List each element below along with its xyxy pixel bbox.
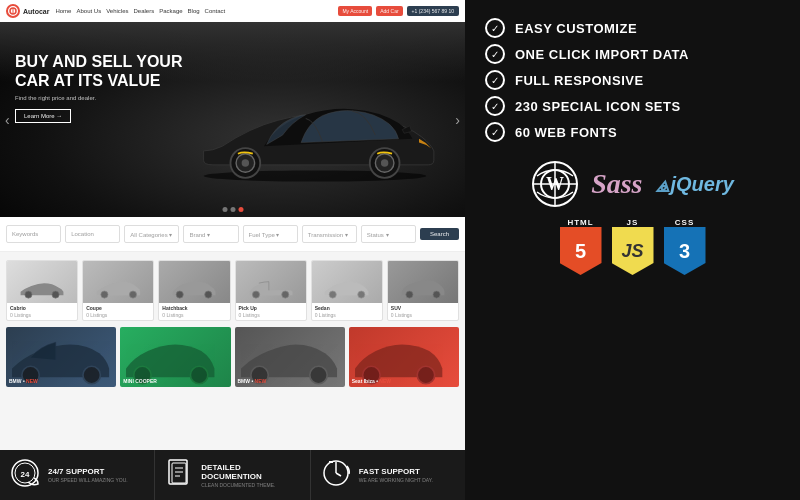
check-icon-4: ✓ <box>485 122 505 142</box>
hero-text: Buy And Sell Your Car At Its Value Find … <box>15 52 182 123</box>
photo-label: Seat Ibiza • NEW <box>352 378 391 384</box>
car-name: Pick Up <box>236 303 306 312</box>
feature-item-2: ✓ FULL RESPONSIVE <box>485 70 780 90</box>
add-car-btn[interactable]: Add Car <box>376 6 402 16</box>
footer-subtitle: OUR SPEED WILL AMAZING YOU. <box>48 477 128 483</box>
hero-dot[interactable] <box>222 207 227 212</box>
search-bar: Keywords Location All Categories ▾ Brand… <box>0 217 465 252</box>
svg-point-16 <box>281 291 288 298</box>
hero-dots <box>222 207 243 212</box>
feature-label-0: EASY CUSTOMIZE <box>515 21 637 36</box>
svg-point-24 <box>191 366 208 383</box>
car-count: 0 Listings <box>388 312 458 320</box>
car-count: 0 Listings <box>312 312 382 320</box>
hero-subtitle: Find the right price and dealer. <box>15 95 182 101</box>
photo-seat[interactable]: Seat Ibiza • NEW <box>349 327 459 387</box>
svg-point-28 <box>417 366 434 383</box>
car-card-pickup[interactable]: Pick Up 0 Listings <box>235 260 307 321</box>
status-field[interactable]: Status ▾ <box>361 225 416 243</box>
svg-point-5 <box>242 159 249 166</box>
svg-point-15 <box>252 291 259 298</box>
preview-footer: 24 24/7 SUPPORT OUR SPEED WILL AMAZING Y… <box>0 450 465 500</box>
nav-right: My Account Add Car +1 (234) 567 89 10 <box>338 6 459 16</box>
my-account-btn[interactable]: My Account <box>338 6 372 16</box>
car-card-coupe[interactable]: Coupe 0 Listings <box>82 260 154 321</box>
preview-hero: Buy And Sell Your Car At Its Value Find … <box>0 22 465 217</box>
hero-cta[interactable]: Learn More → <box>15 109 71 123</box>
car-card-image <box>7 261 77 303</box>
hero-dot-active[interactable] <box>238 207 243 212</box>
hero-prev-arrow[interactable]: ‹ <box>5 112 10 128</box>
car-count: 0 Listings <box>236 312 306 320</box>
footer-support: 24 24/7 SUPPORT OUR SPEED WILL AMAZING Y… <box>0 450 155 500</box>
feature-list: ✓ EASY CUSTOMIZE ✓ ONE CLICK IMPORT DATA… <box>485 18 780 142</box>
hero-next-arrow[interactable]: › <box>455 112 460 128</box>
js-label: JS <box>627 218 639 227</box>
car-card-sedan[interactable]: Sedan 0 Listings <box>311 260 383 321</box>
feature-label-3: 230 SPECIAL ICON SETS <box>515 99 681 114</box>
car-name: Hatchback <box>159 303 229 312</box>
fast-support-icon <box>321 458 351 492</box>
photo-label: BMW • NEW <box>9 378 38 384</box>
svg-point-12 <box>130 291 137 298</box>
footer-docs-text: DETAILED DOCUMENTION CLEAN DOCUMENTED TH… <box>201 463 299 488</box>
js-symbol: JS <box>621 241 643 262</box>
car-card-image <box>312 261 382 303</box>
svg-point-19 <box>406 291 413 298</box>
css3-number: 3 <box>679 240 690 263</box>
feature-label-1: ONE CLICK IMPORT DATA <box>515 47 689 62</box>
transmission-field[interactable]: Transmission ▾ <box>302 225 357 243</box>
support-24-icon: 24 <box>10 458 40 492</box>
css3-shield: 3 <box>664 227 706 275</box>
features-panel: ✓ EASY CUSTOMIZE ✓ ONE CLICK IMPORT DATA… <box>465 0 800 500</box>
car-card-suv[interactable]: SUV 0 Listings <box>387 260 459 321</box>
phone-number: +1 (234) 567 89 10 <box>407 6 459 16</box>
feature-item-1: ✓ ONE CLICK IMPORT DATA <box>485 44 780 64</box>
fuel-field[interactable]: Fuel Type ▾ <box>243 225 298 243</box>
html5-shield: 5 <box>560 227 602 275</box>
check-icon-0: ✓ <box>485 18 505 38</box>
html5-badge: HTML 5 <box>560 218 602 275</box>
car-count: 0 Listings <box>83 312 153 320</box>
js-badge: JS JS <box>612 218 654 275</box>
website-preview: Autocar Home About Us Vehicles Dealers P… <box>0 0 465 500</box>
check-icon-3: ✓ <box>485 96 505 116</box>
photo-bmw-1[interactable]: BMW • NEW <box>6 327 116 387</box>
feature-item-3: ✓ 230 SPECIAL ICON SETS <box>485 96 780 116</box>
car-name: SUV <box>388 303 458 312</box>
svg-point-22 <box>83 366 100 383</box>
location-field[interactable]: Location <box>65 225 120 243</box>
tech-badges: HTML 5 JS JS CSS 3 <box>560 218 706 275</box>
car-card-image <box>83 261 153 303</box>
svg-point-10 <box>52 291 59 298</box>
photo-bmw-2[interactable]: BMW • NEW <box>235 327 345 387</box>
footer-fast: FAST SUPPORT WE ARE WORKING NIGHT DAY. <box>311 450 465 500</box>
feature-label-4: 60 WEB FONTS <box>515 125 617 140</box>
photo-mini[interactable]: MINI COOPER <box>120 327 230 387</box>
check-icon-2: ✓ <box>485 70 505 90</box>
hero-dot[interactable] <box>230 207 235 212</box>
footer-fast-text: FAST SUPPORT WE ARE WORKING NIGHT DAY. <box>359 467 433 483</box>
car-card-hatchback[interactable]: Hatchback 0 Listings <box>158 260 230 321</box>
car-card-image <box>388 261 458 303</box>
car-card-cabrio[interactable]: Cabrio 0 Listings <box>6 260 78 321</box>
search-button[interactable]: Search <box>420 228 459 240</box>
svg-point-13 <box>177 291 184 298</box>
car-name: Cabrio <box>7 303 77 312</box>
photo-label: MINI COOPER <box>123 378 157 384</box>
jquery-logo: ⟁ jQuery <box>655 170 734 198</box>
svg-point-9 <box>25 291 32 298</box>
category-field[interactable]: All Categories ▾ <box>124 225 179 243</box>
css-label: CSS <box>675 218 694 227</box>
keywords-field[interactable]: Keywords <box>6 225 61 243</box>
footer-docs: DETAILED DOCUMENTION CLEAN DOCUMENTED TH… <box>155 450 310 500</box>
preview-nav: Autocar Home About Us Vehicles Dealers P… <box>0 0 465 22</box>
brand-field[interactable]: Brand ▾ <box>183 225 238 243</box>
car-count: 0 Listings <box>7 312 77 320</box>
html5-number: 5 <box>575 240 586 263</box>
footer-subtitle: CLEAN DOCUMENTED THEME. <box>201 482 299 488</box>
svg-point-20 <box>433 291 440 298</box>
logo-icon <box>6 4 20 18</box>
js-shield: JS <box>612 227 654 275</box>
car-count: 0 Listings <box>159 312 229 320</box>
